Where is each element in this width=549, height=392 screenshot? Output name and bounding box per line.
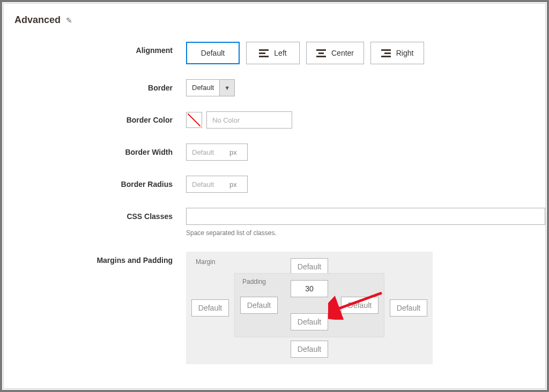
padding-label: Padding: [242, 278, 266, 285]
row-border-color: Border Color: [14, 111, 545, 129]
edit-icon[interactable]: ✎: [66, 16, 72, 25]
padding-box: Padding: [234, 273, 384, 337]
row-border-radius: Border Radius px: [14, 176, 545, 193]
no-color-swatch-icon[interactable]: [186, 112, 202, 128]
alignment-left-button[interactable]: Left: [246, 42, 300, 64]
border-radius-input[interactable]: [186, 176, 248, 193]
section-header: Advanced ✎: [14, 14, 545, 26]
alignment-default-label: Default: [201, 49, 225, 57]
panel-inner: Advanced ✎ Alignment Default Left Center…: [3, 3, 546, 389]
alignment-default-button[interactable]: Default: [186, 42, 240, 64]
label-border: Border: [14, 79, 186, 92]
label-css-classes: CSS Classes: [14, 208, 186, 221]
label-border-color: Border Color: [14, 111, 186, 124]
alignment-center-button[interactable]: Center: [306, 42, 364, 64]
section-title: Advanced: [14, 14, 61, 26]
row-css-classes: CSS Classes Space separated list of clas…: [14, 208, 545, 237]
border-radius-content: px: [186, 176, 545, 193]
alignment-left-label: Left: [274, 49, 286, 57]
margin-box: Margin Padding: [186, 252, 433, 364]
alignment-options: Default Left Center Right: [186, 42, 545, 64]
margin-bottom-input[interactable]: [291, 341, 328, 358]
css-classes-content: Space separated list of classes.: [186, 208, 545, 237]
border-content: Default ▼: [186, 79, 545, 96]
row-margins-padding: Margins and Padding Margin Padding: [14, 252, 545, 364]
border-width-input[interactable]: [186, 144, 248, 161]
margins-padding-content: Margin Padding: [186, 252, 545, 364]
label-alignment: Alignment: [14, 42, 186, 55]
row-border: Border Default ▼: [14, 79, 545, 96]
label-border-radius: Border Radius: [14, 176, 186, 189]
alignment-center-label: Center: [331, 49, 354, 57]
css-classes-hint: Space separated list of classes.: [186, 229, 545, 237]
align-left-icon: [259, 49, 269, 57]
padding-right-input[interactable]: [341, 297, 379, 314]
align-right-icon: [381, 49, 391, 57]
border-select-value: Default: [186, 79, 220, 96]
settings-panel: Advanced ✎ Alignment Default Left Center…: [0, 0, 549, 392]
label-border-width: Border Width: [14, 144, 186, 156]
css-classes-input[interactable]: [186, 208, 545, 225]
padding-bottom-input[interactable]: [291, 313, 328, 330]
alignment-right-button[interactable]: Right: [370, 42, 424, 64]
padding-left-input[interactable]: [240, 297, 278, 314]
border-color-content: [186, 111, 545, 129]
padding-top-input[interactable]: [291, 280, 328, 297]
alignment-right-label: Right: [396, 49, 414, 57]
margin-left-input[interactable]: [191, 299, 229, 316]
border-width-content: px: [186, 144, 545, 161]
margin-right-input[interactable]: [390, 299, 427, 316]
label-margins-padding: Margins and Padding: [14, 252, 186, 265]
row-alignment: Alignment Default Left Center Right: [14, 42, 545, 64]
border-color-input[interactable]: [206, 111, 292, 129]
margin-label: Margin: [196, 258, 216, 266]
align-center-icon: [316, 49, 326, 57]
row-border-width: Border Width px: [14, 144, 545, 161]
border-select[interactable]: Default ▼: [186, 79, 235, 96]
chevron-down-icon: ▼: [220, 79, 235, 96]
